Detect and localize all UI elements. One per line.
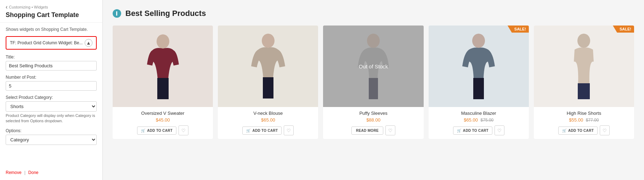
options-field-label: Options:: [6, 128, 97, 133]
sidebar-footer: Remove | Done: [0, 167, 102, 180]
product-image-1: [113, 26, 213, 107]
svg-point-8: [472, 34, 485, 48]
breadcrumb-text: Customizing • Widgets: [9, 5, 48, 9]
title-field-group: Title:: [6, 55, 97, 71]
heart-icon-4: ♡: [497, 128, 502, 133]
add-to-cart-label-2: ADD TO CART: [252, 129, 278, 133]
svg-rect-11: [578, 83, 590, 99]
product-name-4: Masculine Blazer: [461, 111, 496, 116]
product-price-2: $65.00: [261, 117, 275, 123]
product-name-5: High Rise Shorts: [567, 111, 601, 116]
product-original-price-5: $77.00: [586, 118, 599, 123]
product-actions-4: 🛒 ADD TO CART ♡: [453, 125, 504, 135]
section-title-text: Best Selling Products: [125, 9, 206, 18]
product-image-wrapper-3: Out of Stock: [323, 26, 423, 107]
product-card-2: V-neck Blouse $65.00 🛒 ADD TO CART ♡: [218, 26, 318, 139]
sidebar-header: ‹ Customizing • Widgets Shopping Cart Te…: [0, 0, 102, 23]
section-title-area: Best Selling Products: [113, 9, 634, 18]
widget-label: TF: Product Grid Column Widget: Be...: [10, 40, 83, 45]
posts-input[interactable]: [6, 81, 97, 91]
add-to-cart-label-5: ADD TO CART: [568, 129, 594, 133]
sale-label-4: SALE!: [514, 27, 526, 31]
add-to-cart-label-1: ADD TO CART: [147, 129, 173, 133]
title-input[interactable]: [6, 61, 97, 71]
options-select[interactable]: Category Latest Featured On Sale: [6, 135, 97, 145]
sale-label-5: SALE!: [620, 27, 631, 31]
add-to-cart-button-4[interactable]: 🛒 ADD TO CART: [453, 126, 492, 135]
add-to-cart-button-2[interactable]: 🛒 ADD TO CART: [242, 126, 282, 135]
page-title: Shopping Cart Template: [6, 11, 97, 19]
out-of-stock-overlay: Out of Stock: [323, 26, 423, 107]
product-image-wrapper-5: SALE!: [534, 26, 634, 107]
svg-rect-1: [116, 11, 117, 16]
svg-point-2: [157, 34, 169, 49]
cart-icon-2: 🛒: [246, 129, 250, 133]
product-name-2: V-neck Blouse: [253, 111, 283, 116]
section-title-icon: [113, 9, 123, 18]
sidebar: ‹ Customizing • Widgets Shopping Cart Te…: [0, 0, 103, 180]
options-field-group: Options: Category Latest Featured On Sal…: [6, 128, 97, 145]
product-card-4: SALE! Masculine Blazer $65.00 $75.00 🛒 A…: [429, 26, 529, 139]
product-actions-3: READ MORE ♡: [351, 125, 395, 135]
product-info-4: Masculine Blazer $65.00 $75.00 🛒 ADD TO …: [429, 107, 529, 139]
remove-link[interactable]: Remove: [6, 170, 22, 175]
svg-point-10: [577, 34, 590, 48]
widget-selector[interactable]: TF: Product Grid Column Widget: Be... ▲: [6, 36, 97, 50]
breadcrumb: ‹ Customizing • Widgets: [6, 4, 97, 10]
product-image-4: [429, 26, 529, 107]
product-name-1: Oversized V Sweater: [141, 111, 185, 116]
product-price-4: $65.00 $75.00: [464, 117, 493, 123]
product-card-3: Out of Stock Puffy Sleeves $88.00 READ M…: [323, 26, 423, 139]
svg-rect-5: [263, 77, 273, 99]
back-button[interactable]: ‹: [6, 4, 7, 10]
wishlist-button-3[interactable]: ♡: [385, 125, 395, 135]
product-sale-price-4: $65.00: [464, 117, 478, 123]
category-field-group: Select Product Category: Shorts Tops Dre…: [6, 95, 97, 124]
product-name-3: Puffy Sleeves: [359, 111, 387, 116]
title-field-label: Title:: [6, 55, 97, 60]
add-to-cart-label-4: ADD TO CART: [463, 129, 488, 133]
products-grid: Oversized V Sweater $45.00 🛒 ADD TO CART…: [113, 26, 634, 139]
wishlist-button-4[interactable]: ♡: [495, 125, 504, 135]
heart-icon-5: ♡: [603, 128, 607, 133]
wishlist-button-1[interactable]: ♡: [179, 125, 188, 135]
product-price-5: $55.00 $77.00: [569, 117, 599, 123]
product-original-price-4: $75.00: [481, 118, 494, 123]
heart-icon-3: ♡: [388, 128, 392, 133]
cart-icon-1: 🛒: [141, 129, 145, 133]
done-link[interactable]: Done: [28, 170, 39, 175]
product-image-5: [534, 26, 634, 107]
add-to-cart-button-1[interactable]: 🛒 ADD TO CART: [137, 126, 176, 135]
category-hint: Product Category will display only when …: [6, 113, 97, 124]
posts-field-label: Number of Post:: [6, 75, 97, 80]
widget-expand-button[interactable]: ▲: [85, 39, 92, 47]
read-more-button-3[interactable]: READ MORE: [351, 126, 383, 135]
product-image-wrapper-1: [113, 26, 213, 107]
product-info-5: High Rise Shorts $55.00 $77.00 🛒 ADD TO …: [534, 107, 634, 139]
product-price-1: $45.00: [156, 117, 170, 123]
category-select[interactable]: Shorts Tops Dresses Jackets: [6, 101, 97, 112]
out-of-stock-text: Out of Stock: [359, 63, 388, 69]
heart-icon-1: ♡: [181, 128, 186, 133]
add-to-cart-button-5[interactable]: 🛒 ADD TO CART: [558, 126, 598, 135]
svg-rect-9: [473, 78, 484, 99]
product-image-wrapper-4: SALE!: [429, 26, 529, 107]
product-info-3: Puffy Sleeves $88.00 READ MORE ♡: [323, 107, 423, 139]
category-field-label: Select Product Category:: [6, 95, 97, 100]
sidebar-description: Shows widgets on Shopping Cart Template.: [6, 27, 97, 32]
main-content: Best Selling Products Oversized V Sweate…: [103, 0, 644, 180]
product-card-1: Oversized V Sweater $45.00 🛒 ADD TO CART…: [113, 26, 213, 139]
link-divider: |: [24, 170, 26, 175]
product-price-3: $88.00: [366, 117, 380, 123]
sidebar-body: Shows widgets on Shopping Cart Template.…: [0, 23, 102, 153]
product-card-5: SALE! High Rise Shorts $55.00 $77.00 🛒 A…: [534, 26, 634, 139]
product-image-2: [218, 26, 318, 107]
cart-icon-5: 🛒: [562, 129, 566, 133]
read-more-label-3: READ MORE: [356, 129, 379, 133]
product-image-wrapper-2: [218, 26, 318, 107]
svg-point-4: [262, 34, 275, 48]
product-info-2: V-neck Blouse $65.00 🛒 ADD TO CART ♡: [218, 107, 318, 139]
wishlist-button-5[interactable]: ♡: [600, 125, 610, 135]
cart-icon-4: 🛒: [457, 129, 461, 133]
wishlist-button-2[interactable]: ♡: [284, 125, 294, 135]
